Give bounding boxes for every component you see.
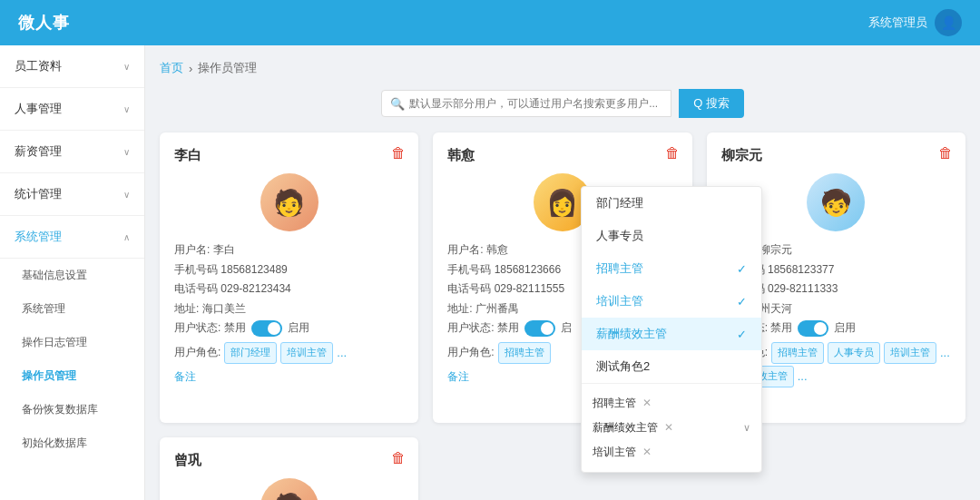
tag-item-recruit: 招聘主管 ✕ <box>593 391 750 416</box>
search-input[interactable] <box>381 90 671 117</box>
dropdown-footer: 招聘主管 ✕ 薪酬绩效主管 ✕ ∨ 培训主管 ✕ <box>582 383 761 472</box>
dropdown-item-recruit[interactable]: 招聘主管 ✓ <box>582 252 761 285</box>
main-content: 首页 › 操作员管理 🔍 Q 搜索 李白 🗑 🧑 用户名: 李白 <box>145 45 980 500</box>
role-tag: 部门经理 <box>224 342 277 364</box>
card-libi-delete[interactable]: 🗑 <box>391 145 406 162</box>
chevron-up-icon: ∧ <box>123 232 130 242</box>
card-haner-delete[interactable]: 🗑 <box>665 145 680 162</box>
sidebar-sub-op-log[interactable]: 操作日志管理 <box>0 326 144 359</box>
card-liu-title: 柳宗元 <box>721 147 951 164</box>
card-haner-title: 韩愈 <box>447 147 677 164</box>
card-zeng: 曾巩 🗑 🧑 用户名: 曾巩 备注 <box>160 437 418 500</box>
sidebar-item-system[interactable]: 系统管理 ∧ <box>0 216 144 259</box>
dropdown-item-training[interactable]: 培训主管 ✓ <box>582 285 761 318</box>
toggle-libi[interactable] <box>251 320 282 337</box>
header: 微人事 系统管理员 👤 <box>0 0 980 45</box>
avatar-zeng: 🧑 <box>260 478 318 500</box>
status-toggle-libi: 用户状态: 禁用 启用 <box>174 319 404 338</box>
role-tag: 培训主管 <box>884 342 936 364</box>
toggle-haner[interactable] <box>524 320 555 337</box>
tag-close-salary[interactable]: ✕ <box>664 421 673 434</box>
sidebar-sub-op-user[interactable]: 操作员管理 <box>0 359 144 393</box>
breadcrumb: 首页 › 操作员管理 <box>160 60 965 76</box>
sidebar-sub-sys-mgmt[interactable]: 系统管理 <box>0 292 144 326</box>
card-libi: 李白 🗑 🧑 用户名: 李白 手机号码 18568123489 电话号码 029… <box>160 132 418 423</box>
more-roles-btn-liu2[interactable]: ... <box>798 366 808 387</box>
role-tag: 培训主管 <box>280 342 333 364</box>
sidebar-sub-basic-info[interactable]: 基础信息设置 <box>0 259 144 292</box>
card-zeng-delete[interactable]: 🗑 <box>391 450 406 466</box>
card-liu-delete[interactable]: 🗑 <box>938 145 953 162</box>
search-button[interactable]: Q 搜索 <box>679 89 744 118</box>
more-roles-btn-liu[interactable]: ... <box>940 342 950 363</box>
dropdown-item-test-role[interactable]: 测试角色2 <box>582 350 761 383</box>
layout: 员工资料 ∨ 人事管理 ∨ 薪资管理 ∨ 统计管理 ∨ 系统管理 ∧ 基础信息设… <box>0 45 980 500</box>
header-user: 系统管理员 👤 <box>868 9 962 36</box>
card-libi-info: 用户名: 李白 手机号码 18568123489 电话号码 029-821234… <box>174 240 404 364</box>
cards-grid: 李白 🗑 🧑 用户名: 李白 手机号码 18568123489 电话号码 029… <box>160 132 965 500</box>
app-logo: 微人事 <box>18 12 70 34</box>
avatar-liu: 🧒 <box>807 173 865 231</box>
chevron-down-icon: ∨ <box>123 190 130 200</box>
chevron-down-icon: ∨ <box>123 147 130 157</box>
toggle-liu[interactable] <box>798 320 828 337</box>
sidebar: 员工资料 ∨ 人事管理 ∨ 薪资管理 ∨ 统计管理 ∨ 系统管理 ∧ 基础信息设… <box>0 45 145 500</box>
search-icon: 🔍 <box>390 97 405 111</box>
avatar-libi: 🧑 <box>260 173 318 231</box>
tag-item-salary: 薪酬绩效主管 ✕ ∨ <box>593 416 750 440</box>
search-bar: 🔍 Q 搜索 <box>160 89 965 118</box>
chevron-down-icon: ∨ <box>123 104 130 114</box>
role-tag: 招聘主管 <box>771 342 824 364</box>
role-dropdown-popup: 部门经理 人事专员 招聘主管 ✓ 培训主管 ✓ 薪酬绩效主管 ✓ 测试角色2 <box>581 186 762 473</box>
dropdown-item-salary-mgr[interactable]: 薪酬绩效主管 ✓ <box>582 318 761 350</box>
remark-libi[interactable]: 备注 <box>174 369 404 385</box>
role-tag: 招聘主管 <box>498 342 551 364</box>
check-icon: ✓ <box>737 295 747 309</box>
user-name-label: 系统管理员 <box>868 15 927 31</box>
expand-icon[interactable]: ∨ <box>743 422 750 434</box>
check-icon: ✓ <box>737 262 747 276</box>
card-libi-title: 李白 <box>174 147 404 164</box>
more-roles-btn[interactable]: ... <box>337 342 347 363</box>
sidebar-item-stats[interactable]: 统计管理 ∨ <box>0 173 144 216</box>
dropdown-item-hr-specialist[interactable]: 人事专员 <box>582 220 761 252</box>
dropdown-item-dept-mgr[interactable]: 部门经理 <box>582 187 761 220</box>
breadcrumb-separator: › <box>189 62 192 75</box>
search-input-wrap: 🔍 <box>381 90 671 117</box>
breadcrumb-home[interactable]: 首页 <box>160 60 183 76</box>
sidebar-sub-backup[interactable]: 备份恢复数据库 <box>0 393 144 426</box>
tag-item-training: 培训主管 ✕ <box>593 440 750 465</box>
breadcrumb-current: 操作员管理 <box>198 60 257 76</box>
avatar: 👤 <box>935 9 962 36</box>
sidebar-item-staff[interactable]: 员工资料 ∨ <box>0 45 144 88</box>
role-tag: 人事专员 <box>828 342 880 364</box>
sidebar-sub-init-db[interactable]: 初始化数据库 <box>0 426 144 460</box>
tag-close-recruit[interactable]: ✕ <box>642 397 652 409</box>
chevron-down-icon: ∨ <box>123 62 130 72</box>
card-zeng-title: 曾巩 <box>174 452 404 469</box>
sidebar-item-salary[interactable]: 薪资管理 ∨ <box>0 131 144 173</box>
tag-close-training[interactable]: ✕ <box>642 446 652 458</box>
sidebar-item-hr[interactable]: 人事管理 ∨ <box>0 88 144 131</box>
check-icon: ✓ <box>737 328 747 341</box>
